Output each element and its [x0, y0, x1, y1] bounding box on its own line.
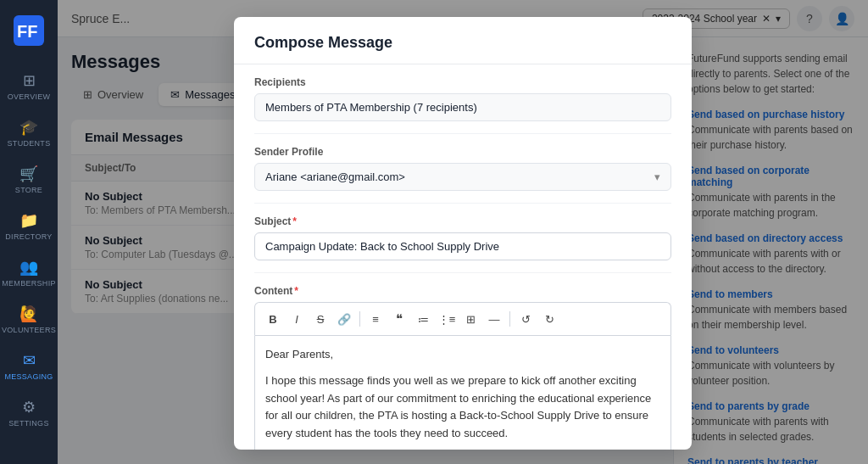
italic-button[interactable]: I — [286, 308, 308, 330]
sidebar-item-store-label: Store — [15, 186, 42, 194]
recipients-group: Recipients Members of PTA Membership (7 … — [254, 64, 671, 134]
store-icon: 🛒 — [19, 165, 38, 183]
messaging-icon: ✉ — [23, 351, 36, 370]
link-button[interactable]: 🔗 — [333, 308, 355, 330]
sidebar-item-store[interactable]: 🛒 Store — [0, 158, 58, 201]
directory-icon: 📁 — [19, 211, 38, 230]
subject-group: Subject* — [254, 204, 671, 273]
main-content: Spruce E... 2023-2024 School year ✕ ▾ ? … — [58, 0, 868, 464]
sidebar-item-students-label: Students — [8, 139, 51, 148]
sender-profile-group: Sender Profile Ariane <ariane@gmail.com>… — [254, 134, 671, 204]
subject-label: Subject* — [254, 215, 671, 227]
svg-text:FF: FF — [17, 22, 37, 41]
editor-paragraph-0: Dear Parents, — [265, 346, 660, 364]
recipients-label: Recipients — [254, 76, 671, 88]
align-button[interactable]: ≡ — [364, 308, 387, 330]
modal-overlay: Compose Message Recipients Members of PT… — [58, 37, 868, 464]
undo-button[interactable]: ↺ — [515, 308, 537, 330]
bullet-list-button[interactable]: ≔ — [412, 308, 434, 330]
editor-paragraph-1: I hope this message finds you well as we… — [265, 372, 660, 443]
sender-profile-label: Sender Profile — [254, 146, 671, 158]
content-group: Content* B I S 🔗 ≡ ❝ ≔ ⋮≡ — [254, 273, 671, 450]
subject-input[interactable] — [254, 232, 671, 260]
sidebar-item-membership[interactable]: 👥 Membership — [0, 251, 58, 294]
sidebar: FF ⊞ Overview 🎓 Students 🛒 Store 📁 Direc… — [0, 0, 58, 464]
page-body: Messages ⊞ Overview ✉ Messages Email Mes… — [58, 37, 868, 464]
sidebar-item-membership-label: Membership — [2, 279, 56, 288]
sender-profile-select[interactable]: Ariane <ariane@gmail.com> ▾ — [254, 163, 671, 191]
sidebar-item-messaging-label: Messaging — [4, 372, 53, 381]
sidebar-item-students[interactable]: 🎓 Students — [0, 111, 58, 154]
sidebar-item-overview[interactable]: ⊞ Overview — [0, 64, 58, 108]
sidebar-item-settings[interactable]: ⚙ Settings — [0, 391, 58, 434]
sidebar-item-messaging[interactable]: ✉ Messaging — [0, 344, 58, 388]
toolbar-separator-2 — [509, 311, 510, 327]
quote-button[interactable]: ❝ — [388, 308, 410, 330]
sidebar-item-settings-label: Settings — [8, 419, 48, 428]
sidebar-item-volunteers[interactable]: 🙋 Volunteers — [0, 298, 58, 341]
sidebar-item-directory-label: Directory — [5, 232, 52, 241]
bold-button[interactable]: B — [262, 308, 284, 330]
table-button[interactable]: ⊞ — [459, 308, 481, 330]
sidebar-item-overview-label: Overview — [8, 92, 51, 101]
sidebar-item-directory[interactable]: 📁 Directory — [0, 204, 58, 248]
subject-required: * — [292, 215, 297, 227]
volunteers-icon: 🙋 — [19, 305, 38, 323]
modal-body: Recipients Members of PTA Membership (7 … — [234, 64, 692, 450]
settings-icon: ⚙ — [22, 398, 36, 416]
students-icon: 🎓 — [19, 118, 38, 137]
modal-header: Compose Message — [234, 37, 692, 64]
sidebar-logo: FF — [7, 8, 51, 53]
recipients-value: Members of PTA Membership (7 recipients) — [265, 101, 477, 114]
ordered-list-button[interactable]: ⋮≡ — [436, 308, 458, 330]
hr-button[interactable]: — — [483, 308, 505, 330]
editor-content[interactable]: Dear Parents, I hope this message finds … — [254, 335, 671, 450]
overview-icon: ⊞ — [23, 71, 36, 90]
sender-profile-value: Ariane <ariane@gmail.com> — [265, 171, 405, 183]
redo-button[interactable]: ↻ — [538, 308, 560, 330]
modal-title: Compose Message — [254, 37, 671, 52]
toolbar-separator-1 — [359, 311, 360, 327]
sender-chevron-icon: ▾ — [654, 171, 660, 183]
content-required: * — [294, 285, 298, 297]
recipients-field: Members of PTA Membership (7 recipients) — [254, 93, 671, 121]
sidebar-item-volunteers-label: Volunteers — [2, 326, 56, 334]
strikethrough-button[interactable]: S — [309, 308, 331, 330]
editor-toolbar: B I S 🔗 ≡ ❝ ≔ ⋮≡ ⊞ — ↺ — [254, 302, 671, 335]
membership-icon: 👥 — [19, 258, 38, 277]
content-label: Content* — [254, 285, 671, 297]
compose-message-modal: Compose Message Recipients Members of PT… — [234, 37, 692, 450]
